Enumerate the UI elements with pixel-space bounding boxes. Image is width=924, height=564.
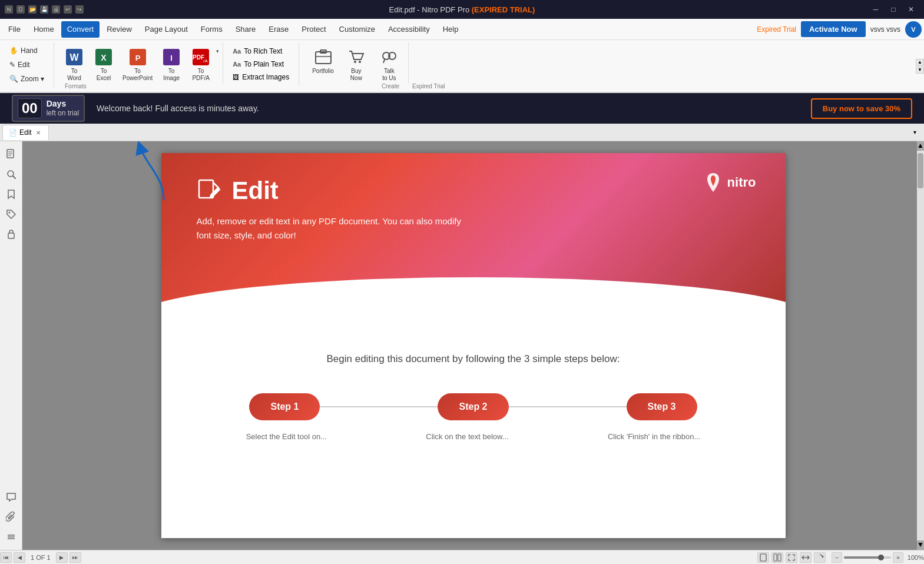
- scroll-up-arrow[interactable]: ▲: [917, 141, 924, 151]
- first-page-button[interactable]: ⏮: [0, 552, 12, 563]
- sidebar-layers-button[interactable]: [3, 529, 19, 545]
- minimize-button[interactable]: ─: [867, 3, 884, 16]
- powerpoint-label: ToPowerPoint: [122, 68, 153, 82]
- convert-to-excel-button[interactable]: X ToExcel: [90, 45, 118, 84]
- step1-button[interactable]: Step 1: [249, 393, 320, 420]
- menu-home[interactable]: Home: [28, 21, 60, 38]
- edit-tool-button[interactable]: ✎ Edit: [5, 59, 49, 71]
- title-bar-left: N 🗋 📂 💾 🖨 ↩ ↪: [5, 5, 84, 14]
- scroll-down-arrow[interactable]: ▼: [917, 540, 924, 550]
- save-icon[interactable]: 💾: [40, 5, 48, 14]
- svg-text:X: X: [101, 53, 107, 62]
- portfolio-button[interactable]: Portfolio: [309, 45, 337, 77]
- convert-group: W ToWord X ToExcel: [58, 42, 223, 84]
- last-page-button[interactable]: ⏭: [69, 552, 81, 563]
- extract-images-button[interactable]: 🖼 Extract Images: [228, 72, 294, 82]
- next-page-button[interactable]: ▶: [56, 552, 68, 563]
- step3-sub: Click 'Finish' in the ribbon...: [608, 432, 700, 441]
- menu-share[interactable]: Share: [230, 21, 262, 38]
- excel-icon: X: [93, 47, 114, 68]
- main-area: nitro Edit Add, remove or edit text in a…: [0, 141, 924, 550]
- rotate-button[interactable]: [814, 552, 826, 563]
- ribbon-scroll-down[interactable]: ▼: [916, 67, 924, 74]
- zoom-slider[interactable]: [844, 556, 891, 559]
- menu-customize[interactable]: Customize: [333, 21, 381, 38]
- user-avatar[interactable]: V: [905, 21, 922, 38]
- maximize-button[interactable]: □: [885, 3, 902, 16]
- convert-to-powerpoint-button[interactable]: P ToPowerPoint: [119, 45, 156, 84]
- sidebar-security-button[interactable]: [3, 226, 19, 243]
- menu-file[interactable]: File: [2, 21, 27, 38]
- redo-icon[interactable]: ↪: [75, 5, 84, 14]
- plain-text-label: To Plain Text: [244, 60, 284, 68]
- close-button[interactable]: ✕: [903, 3, 919, 16]
- hand-tool-button[interactable]: ✋ Hand: [5, 45, 49, 57]
- app-title: Edit.pdf - Nitro PDF Pro: [389, 5, 470, 14]
- pdfa-chevron-icon[interactable]: ▾: [215, 47, 220, 55]
- sidebar-find-button[interactable]: [3, 166, 19, 183]
- pdfa-label: ToPDF/A: [192, 68, 209, 82]
- sidebar-attachments-button[interactable]: [3, 509, 19, 525]
- menu-accessibility[interactable]: Accessibility: [382, 21, 436, 38]
- days-number: 00: [18, 98, 42, 118]
- menu-convert[interactable]: Convert: [61, 21, 100, 38]
- step-labels: Select the Edit tool on... Click on the …: [197, 432, 750, 441]
- open-icon[interactable]: 📂: [28, 5, 37, 14]
- rich-text-label: To Rich Text: [244, 47, 282, 55]
- trial-message: Welcome back! Full access is minutes awa…: [97, 104, 799, 113]
- undo-icon[interactable]: ↩: [64, 5, 72, 14]
- portfolio-label: Portfolio: [312, 68, 334, 75]
- sidebar-tags-button[interactable]: [3, 206, 19, 223]
- sidebar-comments-button[interactable]: [3, 489, 19, 505]
- sidebar-pages-button[interactable]: [3, 146, 19, 162]
- talk-to-us-button[interactable]: Talkto Us: [375, 45, 403, 84]
- new-icon[interactable]: 🗋: [16, 5, 25, 14]
- to-rich-text-button[interactable]: Aa To Rich Text: [228, 46, 294, 57]
- to-plain-text-button[interactable]: Aa To Plain Text: [228, 59, 294, 69]
- pdf-logo: nitro: [701, 171, 756, 194]
- title-bar: N 🗋 📂 💾 🖨 ↩ ↪ Edit.pdf - Nitro PDF Pro (…: [0, 0, 924, 19]
- scroll-thumb[interactable]: [918, 153, 923, 188]
- convert-to-pdfa-button[interactable]: PDF /A ToPDF/A: [187, 45, 215, 84]
- zoom-slider-thumb[interactable]: [878, 555, 884, 560]
- zoom-out-button[interactable]: −: [832, 552, 842, 563]
- step2-button[interactable]: Step 2: [438, 393, 508, 420]
- menu-pagelayout[interactable]: Page Layout: [139, 21, 194, 38]
- convert-to-image-button[interactable]: I ToImage: [157, 45, 186, 84]
- activate-now-button[interactable]: Activate Now: [801, 21, 866, 37]
- fit-page-button[interactable]: [786, 552, 797, 563]
- step3-button[interactable]: Step 3: [627, 393, 697, 420]
- pdf-wave: [161, 277, 786, 330]
- menu-forms[interactable]: Forms: [195, 21, 228, 38]
- vertical-scrollbar[interactable]: ▲ ▼: [917, 141, 924, 550]
- tab-close-button[interactable]: ✕: [34, 128, 42, 137]
- tab-dropdown-button[interactable]: ▾: [908, 125, 922, 140]
- trial-bar: 00 Days left on trial Welcome back! Full…: [0, 93, 924, 124]
- print-icon[interactable]: 🖨: [52, 5, 60, 14]
- buy-save-button[interactable]: Buy now to save 30%: [811, 98, 912, 119]
- create-group-label: Create: [382, 83, 399, 89]
- pdfa-dropdown-arrow[interactable]: ▾: [215, 45, 220, 55]
- svg-rect-32: [774, 554, 777, 561]
- tab-label: Edit: [19, 128, 32, 137]
- menu-review[interactable]: Review: [101, 21, 138, 38]
- tab-bar: 📄 Edit ✕ ▾: [0, 124, 924, 141]
- menu-help[interactable]: Help: [437, 21, 465, 38]
- fit-width-button[interactable]: [800, 552, 812, 563]
- buy-now-button[interactable]: BuyNow: [342, 45, 370, 84]
- two-page-view[interactable]: [771, 552, 783, 563]
- prev-page-button[interactable]: ◀: [14, 552, 25, 563]
- single-page-view[interactable]: [757, 552, 769, 563]
- menu-erase[interactable]: Erase: [263, 21, 294, 38]
- edit-label: Edit: [18, 61, 30, 69]
- edit-tab[interactable]: 📄 Edit ✕: [2, 125, 49, 140]
- pdf-viewer[interactable]: nitro Edit Add, remove or edit text in a…: [22, 141, 924, 550]
- menu-protect[interactable]: Protect: [296, 21, 332, 38]
- ribbon-scroll-up[interactable]: ▲: [916, 59, 924, 66]
- step2-sub: Click on the text below...: [426, 432, 508, 441]
- zoom-in-button[interactable]: +: [893, 552, 903, 563]
- sidebar-bookmarks-button[interactable]: [3, 186, 19, 203]
- zoom-tool-button[interactable]: 🔍 Zoom ▾: [5, 73, 49, 85]
- convert-to-word-button[interactable]: W ToWord: [60, 45, 88, 84]
- talk-to-us-icon: [379, 47, 400, 68]
